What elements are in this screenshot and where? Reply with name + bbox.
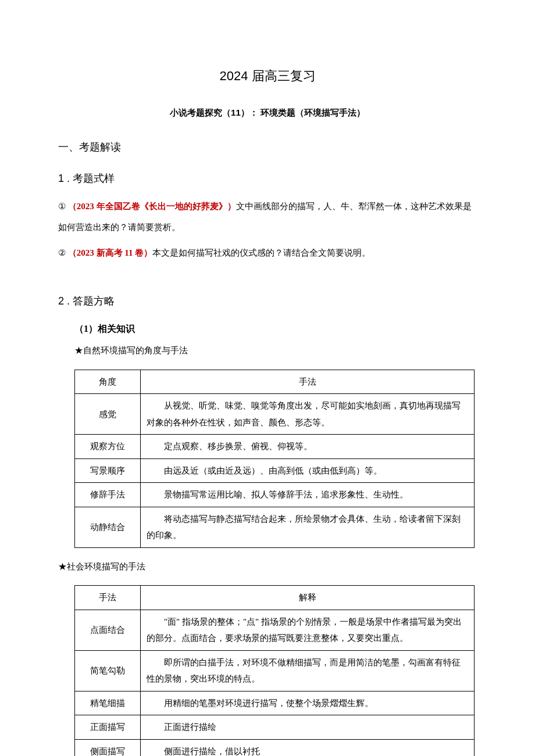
item-body: 本文是如何描写社戏的仪式感的？请结合全文简要说明。	[152, 248, 370, 257]
cell-text: 景物描写常运用比喻、拟人等修辞手法，追求形象性、生动性。	[147, 486, 468, 503]
item-source-red: （2023 新高考 11 卷）	[68, 248, 152, 257]
page-subtitle: 小说考题探究（11）： 环境类题（环境描写手法）	[58, 105, 477, 121]
section-1-1-heading: 1 . 考题式样	[58, 169, 477, 188]
item-number: ①	[58, 202, 68, 211]
table-content-cell: 由远及近（或由近及远）、由高到低（或由低到高）等。	[141, 458, 475, 483]
document-page: 2024 届高三复习 小说考题探究（11）： 环境类题（环境描写手法） 一、考题…	[0, 0, 535, 756]
table-row: 动静结合 将动态描写与静态描写结合起来，所绘景物才会具体、生动，给读者留下深刻的…	[75, 507, 475, 547]
star-heading-1: ★自然环境描写的角度与手法	[58, 342, 477, 359]
knowledge-heading: （1）相关知识	[58, 320, 477, 338]
star-heading-2: ★社会环境描写的手法	[58, 558, 477, 575]
table-content-cell: 将动态描写与静态描写结合起来，所绘景物才会具体、生动，给读者留下深刻的印象。	[141, 507, 475, 547]
table-row: 精笔细描 用精细的笔墨对环境进行描写，使整个场景熠熠生辉。	[75, 691, 475, 715]
section-1-2-heading: 2 . 答题方略	[58, 291, 477, 311]
table-content-cell: 即所谓的白描手法，对环境不做精细描写，而是用简洁的笔墨，勾画富有特征性的景物，突…	[141, 650, 475, 691]
table-row: 正面描写 正面进行描绘	[75, 715, 475, 740]
cell-text: 正面进行描绘	[147, 719, 468, 736]
table-label-cell: 修辞手法	[75, 483, 141, 507]
table-row: 观察方位 定点观察、移步换景、俯视、仰视等。	[75, 435, 475, 459]
cell-text: 定点观察、移步换景、俯视、仰视等。	[147, 438, 468, 455]
table-row: 写景顺序 由远及近（或由近及远）、由高到低（或由低到高）等。	[75, 458, 475, 483]
table-label-cell: 观察方位	[75, 435, 141, 459]
cell-text: 由远及近（或由近及远）、由高到低（或由低到高）等。	[147, 463, 468, 479]
table-row: 侧面描写 侧面进行描绘，借以衬托	[75, 739, 475, 756]
table-content-cell: 从视觉、听觉、味觉、嗅觉等角度出发，尽可能如实地刻画，真切地再现描写对象的各种外…	[141, 394, 475, 435]
table-label-cell: 正面描写	[75, 715, 141, 740]
table-header-cell: 角度	[75, 370, 141, 394]
cell-text: 侧面进行描绘，借以衬托	[147, 743, 468, 756]
table-content-cell: 侧面进行描绘，借以衬托	[141, 739, 475, 756]
table-label-cell: 精笔细描	[75, 691, 141, 715]
item-source-red: （2023 年全国乙卷《长出一地的好荞麦》）	[68, 202, 236, 211]
cell-text: 将动态描写与静态描写结合起来，所绘景物才会具体、生动，给读者留下深刻的印象。	[147, 511, 468, 544]
table-label-cell: 感觉	[75, 394, 141, 435]
cell-text: "面" 指场景的整体；"点" 指场景的个别情景，一般是场景中作者描写最为突出的部…	[147, 614, 468, 647]
table-row: 感觉 从视觉、听觉、味觉、嗅觉等角度出发，尽可能如实地刻画，真切地再现描写对象的…	[75, 394, 475, 435]
table-header-row: 手法 解释	[75, 586, 475, 610]
item-number: ②	[58, 248, 68, 257]
cell-text: 用精细的笔墨对环境进行描写，使整个场景熠熠生辉。	[147, 695, 468, 712]
table-header-cell: 手法	[141, 370, 475, 394]
table-label-cell: 简笔勾勒	[75, 650, 141, 691]
exam-item-2: ② （2023 新高考 11 卷）本文是如何描写社戏的仪式感的？请结合全文简要说…	[58, 242, 477, 263]
table-label-cell: 点面结合	[75, 610, 141, 650]
table-content-cell: 定点观察、移步换景、俯视、仰视等。	[141, 435, 475, 459]
table-content-cell: 正面进行描绘	[141, 715, 475, 740]
table-header-row: 角度 手法	[75, 370, 475, 394]
page-title: 2024 届高三复习	[58, 64, 477, 88]
table-header-cell: 手法	[75, 586, 141, 610]
table-natural-environment: 角度 手法 感觉 从视觉、听觉、味觉、嗅觉等角度出发，尽可能如实地刻画，真切地再…	[74, 370, 475, 548]
table-content-cell: 景物描写常运用比喻、拟人等修辞手法，追求形象性、生动性。	[141, 483, 475, 507]
table-content-cell: "面" 指场景的整体；"点" 指场景的个别情景，一般是场景中作者描写最为突出的部…	[141, 610, 475, 650]
table-row: 简笔勾勒 即所谓的白描手法，对环境不做精细描写，而是用简洁的笔墨，勾画富有特征性…	[75, 650, 475, 691]
table-social-environment: 手法 解释 点面结合 "面" 指场景的整体；"点" 指场景的个别情景，一般是场景…	[74, 585, 475, 756]
table-label-cell: 写景顺序	[75, 458, 141, 483]
table-row: 修辞手法 景物描写常运用比喻、拟人等修辞手法，追求形象性、生动性。	[75, 483, 475, 507]
table-label-cell: 侧面描写	[75, 739, 141, 756]
cell-text: 从视觉、听觉、味觉、嗅觉等角度出发，尽可能如实地刻画，真切地再现描写对象的各种外…	[147, 397, 468, 431]
section-1-heading: 一、考题解读	[58, 137, 477, 157]
table-label-cell: 动静结合	[75, 507, 141, 547]
table-content-cell: 用精细的笔墨对环境进行描写，使整个场景熠熠生辉。	[141, 691, 475, 715]
cell-text: 即所谓的白描手法，对环境不做精细描写，而是用简洁的笔墨，勾画富有特征性的景物，突…	[147, 654, 468, 687]
table-row: 点面结合 "面" 指场景的整体；"点" 指场景的个别情景，一般是场景中作者描写最…	[75, 610, 475, 650]
exam-item-1: ① （2023 年全国乙卷《长出一地的好荞麦》）文中画线部分的描写，人、牛、犁浑…	[58, 196, 477, 238]
table-header-cell: 解释	[141, 586, 475, 610]
